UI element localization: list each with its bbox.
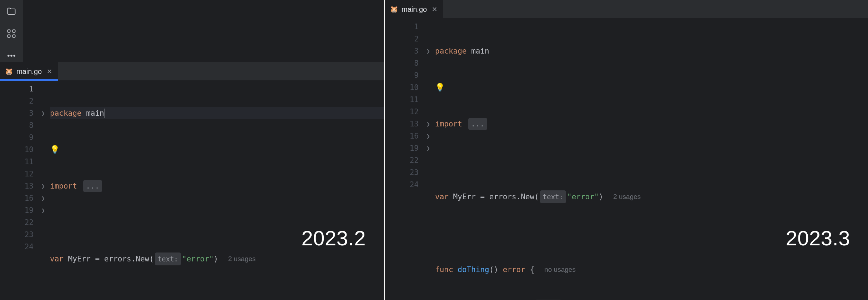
- fold-chevron-icon[interactable]: ❯: [41, 180, 45, 192]
- intention-bulb-icon[interactable]: 💡: [435, 81, 445, 94]
- param-hint: text:: [540, 190, 566, 203]
- usages-hint[interactable]: 2 usages: [613, 191, 641, 203]
- svg-rect-2: [8, 35, 10, 38]
- code-area[interactable]: package main 💡 import ... var MyErr = er…: [435, 19, 868, 300]
- fold-chevron-icon[interactable]: ❯: [41, 192, 45, 204]
- code-line: var MyErr = errors.New(text:"error")2 us…: [435, 191, 868, 203]
- svg-rect-3: [13, 35, 15, 38]
- structure-tool-button[interactable]: [5, 27, 18, 40]
- code-line: func doThing() error {no usages: [435, 264, 868, 276]
- code-line: 💡: [435, 81, 868, 94]
- param-hint: text:: [155, 252, 181, 265]
- usages-hint[interactable]: 2 usages: [228, 253, 256, 265]
- svg-point-6: [14, 55, 15, 56]
- tab-label: main.go: [402, 5, 427, 14]
- tool-window-strip: [0, 0, 23, 62]
- text-cursor: [105, 109, 105, 118]
- code-line: package main: [435, 45, 868, 57]
- svg-point-4: [8, 55, 9, 56]
- svg-point-5: [11, 55, 12, 56]
- fold-chevron-icon[interactable]: ❯: [427, 142, 430, 154]
- tab-main-go[interactable]: 🐹 main.go ✕: [385, 0, 443, 19]
- version-label: 2023.3: [786, 226, 850, 250]
- tab-bar: 🐹 main.go ✕: [385, 0, 868, 19]
- usages-hint[interactable]: no usages: [544, 264, 576, 276]
- fold-chevron-icon[interactable]: ❯: [41, 107, 45, 119]
- left-editor: 🐹 main.go ✕ 1 2 3❯ 8 9 10 11 12 13❯ 1: [0, 62, 384, 300]
- editor-body[interactable]: 1 2 3❯ 8 9 10 11 12 13❯ 16❯ 19❯ 22 23 24: [0, 81, 384, 300]
- gutter: 1 2 3❯ 8 9 10 11 12 13❯ 16❯ 19❯ 22 23 24: [385, 19, 435, 300]
- tab-main-go[interactable]: 🐹 main.go ✕: [0, 62, 58, 81]
- close-tab-icon[interactable]: ✕: [430, 5, 437, 13]
- go-file-icon: 🐹: [5, 68, 13, 75]
- code-line: var MyErr = errors.New(text:"error")2 us…: [50, 253, 384, 265]
- fold-chevron-icon[interactable]: ❯: [41, 204, 45, 216]
- go-file-icon: 🐹: [390, 5, 398, 13]
- code-line: 💡: [50, 144, 384, 156]
- editor-body[interactable]: 1 2 3❯ 8 9 10 11 12 13❯ 16❯ 19❯ 22 23 24…: [385, 19, 868, 300]
- fold-placeholder[interactable]: ...: [83, 180, 102, 192]
- svg-rect-1: [13, 30, 15, 32]
- version-label: 2023.2: [302, 226, 366, 250]
- fold-chevron-icon[interactable]: ❯: [427, 118, 430, 130]
- fold-placeholder[interactable]: ...: [468, 118, 488, 130]
- svg-rect-0: [8, 30, 10, 32]
- intention-bulb-icon[interactable]: 💡: [50, 144, 60, 156]
- right-editor: 🐹 main.go ✕ 1 2 3❯ 8 9 10 11 12 13❯ 16❯ …: [384, 0, 868, 300]
- project-tool-button[interactable]: [5, 5, 18, 18]
- code-line: import ...: [50, 180, 384, 192]
- fold-chevron-icon[interactable]: ❯: [427, 130, 430, 142]
- code-line: package main: [50, 107, 384, 119]
- gutter: 1 2 3❯ 8 9 10 11 12 13❯ 16❯ 19❯ 22 23 24: [0, 81, 50, 300]
- close-tab-icon[interactable]: ✕: [45, 68, 52, 75]
- fold-chevron-icon[interactable]: ❯: [427, 45, 430, 57]
- code-area[interactable]: package main 💡 import ... var MyErr = er…: [50, 81, 384, 300]
- tab-label: main.go: [16, 68, 42, 76]
- code-line: import ...: [435, 118, 868, 130]
- tab-bar: 🐹 main.go ✕: [0, 62, 384, 81]
- more-tool-button[interactable]: [5, 49, 18, 62]
